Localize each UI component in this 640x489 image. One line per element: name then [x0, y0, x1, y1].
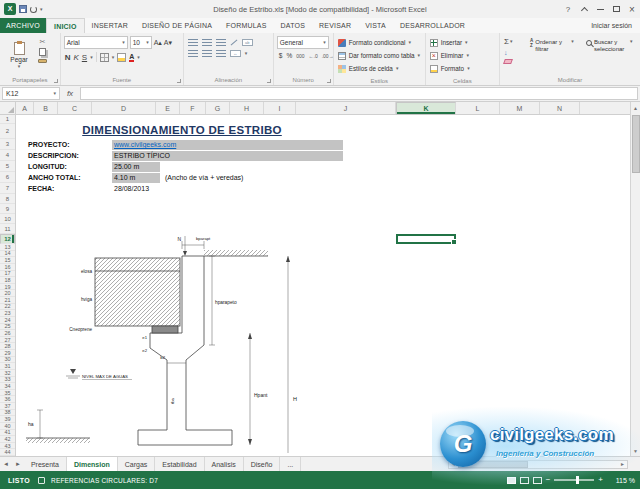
ribbon-tab-desarrollador[interactable]: DESARROLLADOR: [393, 18, 472, 33]
sheet-tab-dimension[interactable]: Dimension: [67, 457, 118, 471]
sheet-nav-left-icon[interactable]: ◄: [0, 457, 12, 471]
scroll-up-icon[interactable]: ▲: [633, 102, 638, 113]
fill-color-icon[interactable]: [117, 53, 126, 62]
ribbon-tab-formulas[interactable]: FORMULAS: [219, 18, 274, 33]
autosum-button[interactable]: Σ: [504, 37, 512, 46]
sheet-nav-right-icon[interactable]: ►: [12, 457, 24, 471]
italic-button[interactable]: K: [73, 53, 78, 62]
borders-icon[interactable]: [100, 53, 109, 62]
bold-button[interactable]: N: [65, 53, 71, 62]
field-value: ESTRIBO TÍPICO: [112, 151, 343, 161]
format-cells-button[interactable]: Formato: [428, 62, 497, 75]
file-tab[interactable]: ARCHIVO: [0, 18, 46, 33]
font-size-select[interactable]: 10: [130, 36, 152, 49]
sheet-tab--[interactable]: ...: [280, 457, 301, 471]
format-painter-icon[interactable]: [38, 59, 47, 63]
label-hviga: hviga: [81, 297, 92, 302]
dialog-launcher-icon[interactable]: [267, 79, 271, 83]
sheet-tab-presenta[interactable]: Presenta: [24, 457, 67, 471]
vertical-scroll-thumb[interactable]: [632, 115, 640, 173]
paste-button[interactable]: Pegar: [6, 36, 32, 74]
column-header-A[interactable]: A: [16, 102, 34, 114]
align-top-icon[interactable]: [188, 39, 198, 46]
find-select-button[interactable]: Buscar y seleccionar: [586, 37, 638, 75]
status-message: REFERENCIAS CIRCULARES: D7: [51, 477, 158, 484]
ribbon-tab-revisar[interactable]: REVISAR: [312, 18, 358, 33]
align-left-icon[interactable]: [188, 50, 198, 57]
ribbon-tab-insertar[interactable]: INSERTAR: [85, 18, 135, 33]
fill-icon[interactable]: ↓: [504, 49, 508, 56]
column-header-B[interactable]: B: [34, 102, 58, 114]
column-header-D[interactable]: D: [92, 102, 156, 114]
column-header-K[interactable]: K: [396, 102, 456, 115]
sheet-tab-analisis[interactable]: Analisis: [205, 457, 244, 471]
font-color-icon[interactable]: A: [129, 53, 134, 62]
formula-input[interactable]: [80, 87, 638, 100]
underline-button[interactable]: S: [82, 53, 87, 62]
decrease-font-icon[interactable]: A▾: [164, 39, 172, 47]
increase-decimal-icon[interactable]: ←.0: [309, 53, 318, 59]
vertical-scrollbar[interactable]: ▲ ▼: [630, 102, 640, 456]
column-header-C[interactable]: C: [58, 102, 92, 114]
merge-center-icon[interactable]: ↔: [230, 50, 241, 57]
dialog-launcher-icon[interactable]: [54, 79, 58, 83]
deck-section: [95, 258, 180, 326]
decrease-decimal-icon[interactable]: .00→: [322, 53, 334, 59]
currency-format-icon[interactable]: $: [279, 52, 283, 59]
column-header-J[interactable]: J: [296, 102, 396, 114]
align-center-icon[interactable]: [202, 50, 212, 57]
percent-format-icon[interactable]: %: [286, 52, 292, 59]
column-header-L[interactable]: L: [456, 102, 500, 114]
column-header-E[interactable]: E: [156, 102, 180, 114]
insert-function-button[interactable]: fx: [62, 89, 78, 98]
name-box[interactable]: K12: [2, 87, 60, 100]
cut-icon[interactable]: ✂: [40, 38, 46, 45]
find-select-label: Buscar y seleccionar: [594, 39, 628, 52]
column-header-M[interactable]: M: [500, 102, 540, 114]
dialog-launcher-icon[interactable]: [327, 79, 331, 83]
sort-filter-button[interactable]: AZ Ordenar y filtrar: [530, 37, 582, 75]
conditional-formatting-label: Formato condicional: [349, 39, 406, 46]
clear-icon[interactable]: [503, 59, 513, 64]
align-middle-icon[interactable]: [202, 39, 212, 46]
sheet-tab-estabilidad[interactable]: Estabilidad: [155, 457, 204, 471]
macro-record-icon[interactable]: [38, 477, 45, 484]
label-water-level: NIVEL MÁX DE AGUAS: [82, 374, 128, 379]
format-as-table-button[interactable]: Dar formato como tabla: [336, 49, 423, 62]
column-header-G[interactable]: G: [206, 102, 230, 114]
cell-styles-icon: [338, 65, 342, 69]
grid-area[interactable]: 1234567891011121314151617181920212223242…: [0, 115, 630, 456]
divider: [96, 52, 97, 62]
select-all-corner[interactable]: [0, 102, 16, 114]
sheet-tab-cargas[interactable]: Cargas: [118, 457, 156, 471]
column-header-H[interactable]: H: [230, 102, 264, 114]
delete-cells-button[interactable]: × Eliminar: [428, 49, 497, 62]
comma-format-icon[interactable]: 000: [296, 53, 304, 59]
format-as-table-icon: [338, 52, 346, 60]
orientation-icon[interactable]: [230, 40, 237, 46]
copy-icon[interactable]: [39, 48, 46, 56]
increase-font-icon[interactable]: A▴: [154, 39, 162, 47]
wrap-text-icon[interactable]: ab: [242, 39, 253, 46]
format-cells-label: Formato: [441, 65, 464, 72]
font-name-select[interactable]: Arial: [64, 36, 128, 49]
ribbon-tab-vista[interactable]: VISTA: [358, 18, 393, 33]
cell-styles-button[interactable]: Estilos de celda: [336, 62, 423, 75]
column-header-F[interactable]: F: [180, 102, 206, 114]
number-format-select[interactable]: General: [277, 36, 329, 49]
ribbon-tab-datos[interactable]: DATOS: [274, 18, 312, 33]
ribbon-tab-diseño-de-página[interactable]: DISEÑO DE PÁGINA: [135, 18, 219, 33]
conditional-formatting-button[interactable]: Formato condicional: [336, 36, 423, 49]
dialog-launcher-icon[interactable]: [177, 79, 181, 83]
ribbon-group-cells: Insertar × Eliminar Formato Celdas: [426, 33, 500, 85]
sheet-tab-dise-o[interactable]: Diseño: [244, 457, 281, 471]
field-value[interactable]: www.civilgeeks.com: [112, 140, 343, 150]
column-header-I[interactable]: I: [264, 102, 296, 114]
selected-cell-K12[interactable]: [396, 234, 456, 244]
align-right-icon[interactable]: [216, 50, 226, 57]
insert-cells-button[interactable]: Insertar: [428, 36, 497, 49]
column-header-N[interactable]: N: [540, 102, 580, 114]
align-bottom-icon[interactable]: [216, 39, 226, 46]
ribbon-tab-inicio[interactable]: INICIO: [46, 18, 85, 33]
sign-in-link[interactable]: Iniciar sesión: [591, 18, 640, 33]
